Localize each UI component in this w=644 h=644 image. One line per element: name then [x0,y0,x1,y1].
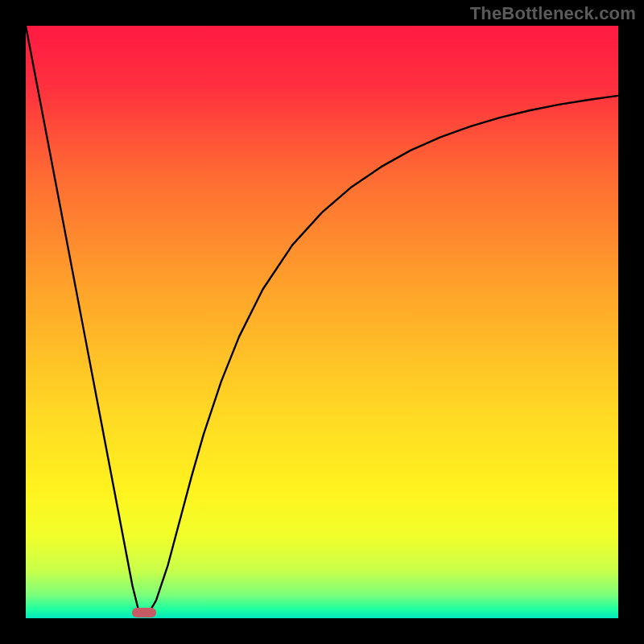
chart-frame: TheBottleneck.com [0,0,644,644]
plot-area [26,26,618,618]
bottleneck-curve [26,26,618,618]
bottleneck-marker [132,608,156,617]
watermark-text: TheBottleneck.com [470,3,636,24]
